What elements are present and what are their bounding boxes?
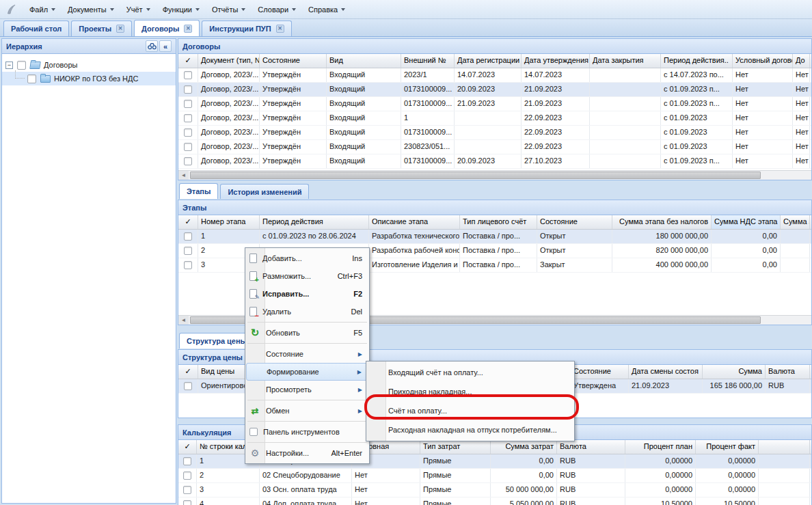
menu-item-expense-note[interactable]: Расходная накладная на отпуск потребител… xyxy=(367,420,573,439)
row-checkbox[interactable] xyxy=(184,100,192,108)
menu-item-state[interactable]: Состояние▶ xyxy=(246,345,368,363)
search-icon[interactable] xyxy=(146,40,158,52)
column-header[interactable]: Условный договор xyxy=(733,54,793,68)
menubar-item-документы[interactable]: Документы xyxy=(62,3,120,16)
column-header[interactable]: Сумма xyxy=(703,365,766,379)
column-header[interactable]: ✓ xyxy=(178,440,197,454)
column-header[interactable]: Состояние xyxy=(537,215,612,229)
row-checkbox[interactable] xyxy=(184,143,192,151)
table-row[interactable]: Договор, 2023/...УтверждёнВходящий017310… xyxy=(178,83,811,97)
menu-item-exchange[interactable]: Обмен▶ xyxy=(246,402,368,420)
node-checkbox[interactable] xyxy=(17,61,26,70)
row-checkbox[interactable] xyxy=(184,247,192,255)
tab-проекты[interactable]: Проекты✕ xyxy=(71,21,132,36)
tab-структура-цены[interactable]: Структура цены xyxy=(179,333,254,349)
column-header[interactable]: Процент план xyxy=(625,440,696,454)
close-icon[interactable]: ✕ xyxy=(276,25,284,33)
tab-этапы[interactable]: Этапы xyxy=(179,183,218,199)
table-row[interactable]: Договор, 2023/...УтверждёнВходящий017310… xyxy=(178,97,811,111)
menubar-item-учёт[interactable]: Учёт xyxy=(120,3,157,16)
menubar-item-отчёты[interactable]: Отчёты xyxy=(206,3,252,16)
table-row[interactable]: 202 СпецоборудованиеНетПрямые0,00RUB0,00… xyxy=(178,469,811,483)
menu-item-delete[interactable]: УдалитьDel xyxy=(246,303,368,320)
menu-item-receipt-note[interactable]: Приходная накладная... xyxy=(367,382,573,401)
scrollbar-thumb[interactable] xyxy=(190,172,761,179)
column-header[interactable]: Сумма затрат xyxy=(491,440,557,454)
table-row[interactable]: Договор, 2023/...УтверждёнВходящий230823… xyxy=(178,140,811,154)
tab-договоры[interactable]: Договоры✕ xyxy=(134,20,200,36)
row-checkbox[interactable] xyxy=(183,472,191,480)
scroll-left-icon[interactable]: ◄ xyxy=(178,171,189,180)
row-checkbox[interactable] xyxy=(183,500,191,505)
table-row[interactable]: 404 Доп. оплата трудаНетПрямые5 050 000,… xyxy=(178,497,811,505)
column-header[interactable]: ✓ xyxy=(178,215,198,229)
column-header[interactable]: До xyxy=(793,54,810,68)
column-header[interactable]: Период действия xyxy=(260,215,369,229)
row-checkbox[interactable] xyxy=(184,85,192,94)
column-header[interactable]: ✓ xyxy=(178,54,198,68)
tab-рабочий-стол[interactable]: Рабочий стол xyxy=(3,21,69,36)
column-header[interactable]: Сумма НДС этапа xyxy=(712,215,781,229)
tab-история-изменений[interactable]: История изменений xyxy=(220,184,309,199)
tab-инструкции-пуп[interactable]: Инструкции ПУП✕ xyxy=(202,21,291,36)
column-header[interactable]: ✓ xyxy=(178,365,198,379)
contracts-hscrollbar[interactable]: ◄ xyxy=(178,170,811,180)
collapse-node-icon[interactable]: − xyxy=(5,62,13,69)
column-header[interactable]: Период действия.. xyxy=(661,54,733,68)
menu-item-refresh[interactable]: ОбновитьF5 xyxy=(246,324,368,342)
table-row[interactable]: 303 Осн. оплата трудаНетПрямые50 000 000… xyxy=(178,483,811,497)
column-header[interactable]: Тип лицевого счёт xyxy=(460,215,537,229)
column-header[interactable]: Валюта xyxy=(766,365,810,379)
menubar-item-словари[interactable]: Словари xyxy=(252,3,302,16)
menu-item-generate[interactable]: Формирование▶ xyxy=(246,363,368,381)
row-checkbox[interactable] xyxy=(184,382,192,390)
column-header[interactable]: Состояние xyxy=(571,365,629,379)
collapse-panel-icon[interactable]: « xyxy=(159,40,172,52)
column-header[interactable]: Дата закрытия xyxy=(590,54,661,68)
menu-item-toolbar[interactable]: Панель инструментов xyxy=(246,423,368,441)
column-header[interactable]: Дата регистрации xyxy=(455,54,522,68)
column-header[interactable]: Внешний № xyxy=(401,54,455,68)
menu-item-edit[interactable]: Исправить...F2 xyxy=(246,285,368,303)
menu-item-settings[interactable]: Настройки...Alt+Enter xyxy=(246,444,368,462)
menubar-item-функции[interactable]: Функции xyxy=(157,3,206,16)
menu-item-add[interactable]: Добавить...Ins xyxy=(246,249,368,267)
row-checkbox[interactable] xyxy=(184,157,192,165)
menu-item-view[interactable]: Просмотреть▶ xyxy=(246,381,368,398)
node-checkbox[interactable] xyxy=(27,74,36,83)
row-checkbox[interactable] xyxy=(184,232,192,241)
table-row[interactable]: Договор, 2023/...УтверждёнВходящий122.09… xyxy=(178,111,811,126)
table-row[interactable]: 1с 01.09.2023 по 28.06.2024Разработка те… xyxy=(178,230,811,244)
row-checkbox[interactable] xyxy=(184,71,192,79)
column-header[interactable] xyxy=(759,440,810,454)
scroll-left-icon[interactable]: ◄ xyxy=(178,316,189,325)
column-header[interactable]: Состояние xyxy=(260,54,327,68)
column-header[interactable]: Дата утверждения xyxy=(522,54,590,68)
menu-item-duplicate[interactable]: Размножить...Ctrl+F3 xyxy=(246,267,368,285)
table-row[interactable]: Договор, 2023/...УтверждёнВходящий017310… xyxy=(178,154,811,169)
menubar-item-файл[interactable]: Файл xyxy=(23,3,62,16)
column-header[interactable]: Сумма эт xyxy=(781,215,810,229)
column-header[interactable]: Вид xyxy=(327,54,401,68)
column-header[interactable]: Тип затрат xyxy=(420,440,491,454)
table-row[interactable]: Договор, 2023/...УтверждёнВходящий2023/1… xyxy=(178,68,811,83)
menu-item-payment-invoice[interactable]: Счёт на оплату... xyxy=(367,401,573,420)
close-icon[interactable]: ✕ xyxy=(116,25,124,33)
tree-node-contracts[interactable]: − Договоры xyxy=(2,58,176,72)
table-row[interactable]: Договор, 2023/...УтверждёнВходящий017310… xyxy=(178,126,811,140)
column-header[interactable]: Номер этапа xyxy=(198,215,260,229)
menu-item-incoming-invoice[interactable]: Входящий счёт на оплату... xyxy=(367,363,573,382)
column-header[interactable]: Дата смены состоя xyxy=(629,365,703,379)
column-header[interactable]: Сумма этапа без налогов xyxy=(612,215,712,229)
row-checkbox[interactable] xyxy=(184,261,192,269)
row-checkbox[interactable] xyxy=(184,128,192,137)
tree-node-niokr[interactable]: НИОКР по ГОЗ без НДС xyxy=(2,72,176,85)
row-checkbox[interactable] xyxy=(184,114,192,122)
row-checkbox[interactable] xyxy=(183,457,191,465)
column-header[interactable]: Валюта xyxy=(557,440,625,454)
row-checkbox[interactable] xyxy=(183,486,191,494)
close-icon[interactable]: ✕ xyxy=(184,25,192,33)
column-header[interactable]: Описание этапа xyxy=(369,215,460,229)
menubar-item-справка[interactable]: Справка xyxy=(302,3,351,16)
column-header[interactable]: Процент факт xyxy=(696,440,759,454)
